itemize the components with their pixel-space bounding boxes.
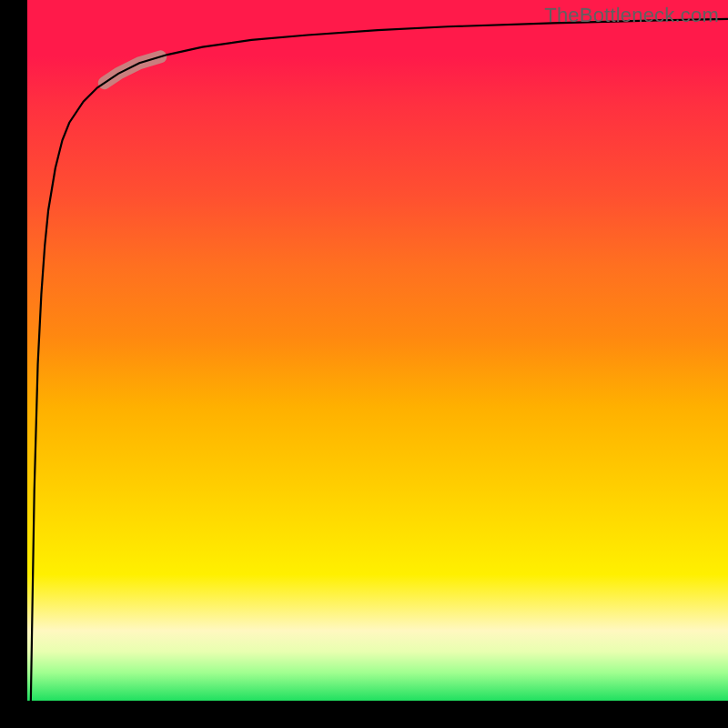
x-axis <box>0 701 728 728</box>
bottleneck-curve <box>31 19 728 701</box>
plot-area <box>27 0 728 701</box>
highlight-segment <box>105 56 161 83</box>
watermark-text: TheBottleneck.com <box>544 4 719 27</box>
curve-layer <box>27 0 728 701</box>
y-axis <box>0 0 27 728</box>
chart-container: TheBottleneck.com <box>0 0 728 728</box>
